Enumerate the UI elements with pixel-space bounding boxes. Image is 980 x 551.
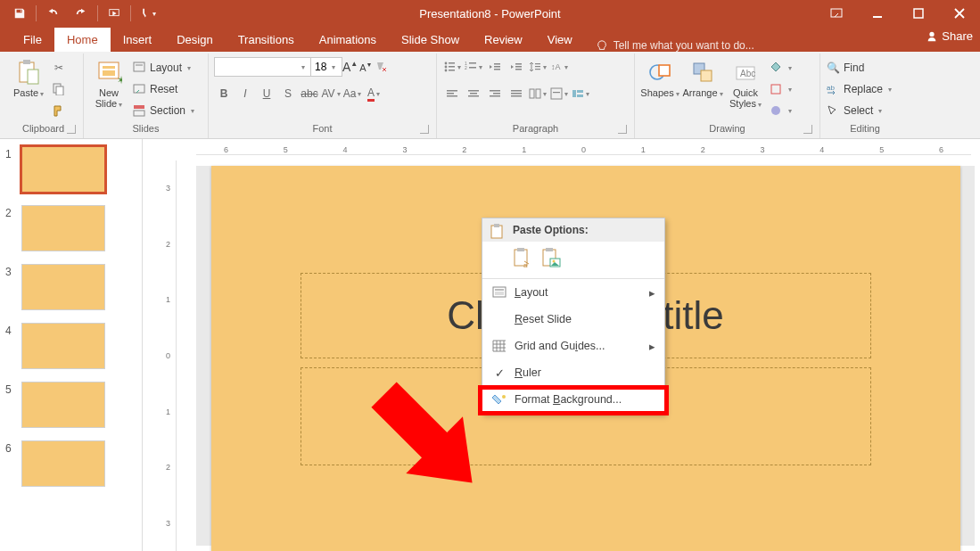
format-painter-button[interactable] (52, 102, 66, 119)
svg-rect-53 (551, 88, 562, 99)
svg-rect-2 (873, 16, 882, 18)
find-button[interactable]: 🔍Find (826, 59, 892, 77)
new-slide-button[interactable]: ✶ New Slide▾ (89, 57, 128, 112)
maximize-icon[interactable] (898, 0, 939, 27)
drawing-dialog-launcher[interactable] (803, 125, 812, 134)
ctx-format-background[interactable]: Format Background... (482, 386, 664, 413)
svg-rect-73 (546, 248, 553, 251)
context-menu: Paste Options: a Layout ▸ Reset Slide Gr… (482, 218, 665, 414)
paste-picture-icon[interactable] (541, 247, 561, 271)
tell-me[interactable]: Tell me what you want to do... (596, 39, 754, 52)
shape-effects-button[interactable]: ▾ (769, 102, 792, 119)
slide-thumbnail-panel[interactable]: 1 2 3 4 5 6 (0, 139, 143, 551)
copy-button[interactable] (52, 80, 66, 98)
vertical-ruler[interactable]: 3210123 (161, 160, 177, 551)
ribbon-display-options-icon[interactable] (816, 0, 857, 27)
bullets-icon[interactable]: ▾ (442, 57, 462, 77)
tab-file[interactable]: File (11, 28, 54, 52)
svg-point-23 (445, 70, 448, 72)
slide-thumb-1[interactable]: 1 (5, 146, 136, 193)
font-dialog-launcher[interactable] (420, 125, 429, 134)
tab-view[interactable]: View (535, 28, 585, 52)
justify-icon[interactable] (506, 84, 526, 103)
start-slideshow-icon[interactable] (102, 2, 127, 25)
share-button[interactable]: Share (926, 29, 973, 43)
svg-rect-51 (530, 89, 534, 98)
shrink-font-icon[interactable]: A▼ (359, 62, 372, 73)
minimize-icon[interactable] (857, 0, 898, 27)
strikethrough-icon[interactable]: abc (300, 84, 319, 103)
align-center-icon[interactable] (464, 84, 483, 103)
slide-thumb-5[interactable]: 5 (5, 382, 136, 428)
tab-design[interactable]: Design (164, 28, 225, 52)
slide-thumb-2[interactable]: 2 (5, 205, 136, 251)
paste-keep-formatting-icon[interactable]: a (513, 247, 532, 271)
svg-rect-33 (515, 66, 522, 68)
text-direction-icon[interactable]: ↕A▾ (549, 57, 569, 77)
clear-formatting-icon[interactable] (375, 60, 387, 75)
align-right-icon[interactable] (485, 84, 505, 103)
new-slide-label: New Slide (95, 87, 119, 109)
align-text-icon[interactable]: ▾ (549, 84, 569, 103)
tab-animations[interactable]: Animations (307, 28, 389, 52)
ctx-ruler[interactable]: ✓ Ruler (482, 359, 664, 386)
clipboard-dialog-launcher[interactable] (67, 125, 76, 134)
slide-thumb-6[interactable]: 6 (5, 440, 136, 487)
section-button[interactable]: Section▾ (132, 102, 194, 119)
tab-transitions[interactable]: Transitions (226, 28, 307, 52)
grow-font-icon[interactable]: A▲ (342, 60, 358, 74)
ctx-grid-guides[interactable]: Grid and Guides... ▸ (482, 333, 664, 359)
share-label: Share (942, 29, 973, 43)
ctx-layout[interactable]: Layout ▸ (482, 279, 664, 306)
cut-button[interactable]: ✂ (52, 59, 66, 77)
svg-rect-18 (134, 111, 144, 116)
redo-icon[interactable] (69, 2, 94, 25)
tab-home[interactable]: Home (54, 28, 111, 52)
slide-thumb-3[interactable]: 3 (5, 264, 136, 310)
replace-button[interactable]: abReplace▾ (826, 80, 892, 98)
arrange-button[interactable]: Arrange▾ (683, 57, 722, 102)
svg-rect-28 (469, 67, 476, 69)
ctx-reset-slide[interactable]: Reset Slide (482, 306, 664, 333)
shape-fill-button[interactable]: ▾ (769, 59, 792, 77)
change-case-icon[interactable]: Aa▾ (342, 84, 362, 103)
font-size-input[interactable] (310, 57, 342, 77)
line-spacing-icon[interactable]: ▾ (528, 57, 548, 77)
close-icon[interactable] (939, 0, 980, 27)
columns-icon[interactable]: ▾ (528, 84, 548, 103)
touch-mouse-mode-icon[interactable]: ▾ (135, 2, 160, 25)
tab-insert[interactable]: Insert (111, 28, 165, 52)
shadow-icon[interactable]: S (278, 84, 298, 103)
svg-rect-32 (515, 63, 522, 65)
underline-icon[interactable]: U (257, 84, 276, 103)
slide-thumb-4[interactable]: 4 (5, 323, 136, 369)
svg-rect-77 (495, 289, 504, 291)
quick-styles-button[interactable]: Abc Quick Styles▾ (726, 57, 765, 112)
increase-indent-icon[interactable] (506, 57, 526, 77)
select-button[interactable]: Select▾ (826, 102, 892, 119)
char-spacing-icon[interactable]: AV▾ (321, 84, 341, 103)
svg-rect-68 (494, 224, 499, 227)
tab-review[interactable]: Review (472, 28, 535, 52)
save-icon[interactable] (7, 2, 32, 25)
font-color-icon[interactable]: A▾ (364, 84, 383, 103)
shape-outline-button[interactable]: ▾ (769, 80, 792, 98)
undo-icon[interactable] (40, 2, 65, 25)
svg-rect-57 (577, 95, 583, 97)
shapes-button[interactable]: Shapes▾ (640, 57, 679, 102)
paste-button[interactable]: Paste▾ (9, 57, 48, 102)
italic-icon[interactable]: I (235, 84, 255, 103)
smartart-icon[interactable]: ▾ (571, 84, 590, 103)
font-name-input[interactable] (214, 57, 312, 77)
reset-button[interactable]: Reset (132, 80, 194, 98)
layout-button[interactable]: Layout▾ (132, 59, 194, 77)
align-left-icon[interactable] (442, 84, 462, 103)
horizontal-ruler[interactable]: 6543210123456 (196, 139, 971, 155)
svg-point-79 (502, 395, 506, 399)
decrease-indent-icon[interactable] (485, 57, 505, 77)
group-label-paragraph: Paragraph (513, 123, 558, 134)
bold-icon[interactable]: B (214, 84, 234, 103)
numbering-icon[interactable]: 12▾ (464, 57, 483, 77)
paragraph-dialog-launcher[interactable] (618, 125, 627, 134)
tab-slideshow[interactable]: Slide Show (389, 28, 472, 52)
